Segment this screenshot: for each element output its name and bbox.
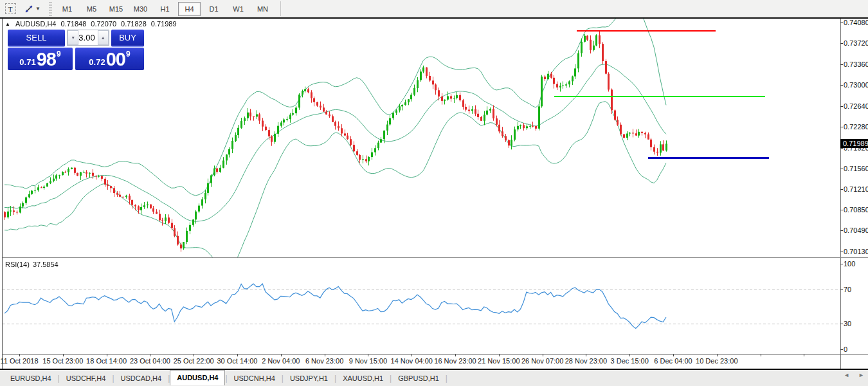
one-click-trade-panel: SELL ▼ 3.00 ▲ BUY 0.71 98 9 0.72 00 9 (8, 30, 144, 70)
timeframe-m1[interactable]: M1 (56, 2, 78, 16)
buy-price-tile[interactable]: 0.72 00 9 (75, 48, 144, 70)
tab-divider: | (446, 374, 448, 383)
price-axis-label: 0.72640 (844, 102, 868, 110)
time-axis-label: 9 Nov 15:00 (349, 357, 387, 365)
tab-scroll-left-icon[interactable]: ◄ (844, 372, 849, 378)
timeframe-m15[interactable]: M15 (105, 2, 127, 16)
symbol-period-label: AUDUSD,H4 (15, 20, 57, 28)
price-axis-label: 0.72280 (844, 123, 868, 131)
mt5-terminal: T ▼ M1M5M15M30H1H4D1W1MN ▲ AUDUSD,H4 0.7… (0, 0, 868, 386)
timeframe-m30[interactable]: M30 (129, 2, 152, 16)
rsi-axis-tick (840, 349, 843, 350)
cursor-arrows-icon (24, 4, 34, 14)
tab-eurusd-h4[interactable]: EURUSD,H4 (4, 371, 58, 385)
time-axis-tick (499, 354, 500, 356)
time-axis-tick (761, 354, 761, 356)
time-axis-tick (63, 354, 64, 356)
rsi-axis-label: 100 (844, 260, 855, 268)
current-price-badge: 0.71989 (840, 139, 868, 148)
close-value: 0.71989 (151, 20, 177, 28)
open-value: 0.71848 (61, 20, 87, 28)
timeframe-w1[interactable]: W1 (227, 2, 249, 16)
rsi-name-label: RSI(14) (5, 261, 30, 268)
time-axis-label: 10 Dec 23:00 (696, 357, 737, 365)
cursor-tool-button[interactable]: ▼ (21, 2, 44, 16)
volume-input[interactable]: 3.00 (78, 30, 97, 45)
rsi-axis-tick (840, 264, 843, 264)
time-axis-label: 6 Nov 23:00 (305, 357, 343, 365)
sell-price-sup: 9 (57, 50, 61, 59)
time-axis-tick (804, 354, 804, 356)
rsi-axis-tick (840, 324, 843, 324)
price-axis-tick (840, 189, 843, 190)
tab-xauusd-h1[interactable]: XAUUSD,H1 (336, 371, 390, 385)
price-axis-label: 0.73000 (844, 81, 868, 89)
rsi-axis-label: 30 (844, 320, 851, 327)
time-axis-label: 25 Oct 22:00 (174, 357, 214, 365)
volume-decrease-button[interactable]: ▼ (68, 30, 78, 45)
price-axis-tick (840, 43, 843, 44)
price-axis-label: 0.73720 (844, 39, 868, 47)
time-axis-label: 11 Oct 2018 (0, 357, 38, 365)
time-axis-label: 15 Oct 23:00 (42, 357, 83, 365)
rsi-header: RSI(14) 37.5854 (5, 261, 59, 268)
time-axis-label: 6 Dec 04:00 (654, 357, 692, 365)
text-tool-button[interactable]: T (3, 2, 18, 16)
tab-usdjpy-h1[interactable]: USDJPY,H1 (284, 371, 334, 385)
tab-scroll-right-icon[interactable]: ► (858, 372, 864, 378)
tab-usdcad-h4[interactable]: USDCAD,H4 (114, 371, 168, 385)
time-axis-label: 18 Oct 14:00 (86, 357, 127, 365)
time-axis-tick (586, 354, 586, 356)
timeframe-d1[interactable]: D1 (203, 2, 225, 16)
timeframe-h1[interactable]: H1 (154, 2, 176, 16)
toolbar: T ▼ M1M5M15M30H1H4D1W1MN (0, 0, 868, 17)
price-axis-tick (840, 64, 843, 65)
time-axis-tick (629, 354, 630, 356)
price-axis-tick (840, 127, 843, 127)
time-axis-tick (673, 354, 674, 356)
chart-tabbar: EURUSD,H4|USDCHF,H4|USDCAD,H4|AUDUSD,H4|… (0, 370, 868, 386)
volume-stepper: ▼ 3.00 ▲ (67, 30, 109, 46)
text-tool-icon: T (5, 3, 16, 14)
price-axis-tick (840, 210, 843, 210)
buy-price-small: 0.72 (89, 57, 105, 67)
timeframe-h4[interactable]: H4 (178, 2, 201, 16)
time-axis-tick (455, 354, 456, 356)
time-axis-label: 23 Oct 04:00 (130, 357, 170, 365)
sell-button[interactable]: SELL (8, 30, 65, 47)
price-axis-label: 0.74080 (844, 19, 868, 26)
time-axis-label: 16 Nov 23:00 (434, 357, 476, 365)
tab-usdchf-h4[interactable]: USDCHF,H4 (60, 371, 113, 385)
time-axis-label: 21 Nov 15:00 (478, 357, 520, 365)
price-axis-tick (840, 106, 843, 107)
price-axis-label: 0.70130 (844, 248, 868, 255)
rsi-indicator-canvas[interactable] (3, 259, 840, 354)
volume-increase-button[interactable]: ▲ (98, 30, 109, 45)
price-axis-label: 0.71560 (844, 165, 868, 172)
cursor-tool-dropdown-icon[interactable]: ▼ (35, 6, 41, 12)
toolbar-separator (280, 1, 281, 16)
time-axis-tick (194, 354, 194, 356)
time-axis-label: 30 Oct 14:00 (217, 357, 258, 365)
timeframe-m5[interactable]: M5 (80, 2, 103, 16)
buy-button[interactable]: BUY (111, 30, 144, 47)
rsi-top-border (3, 257, 868, 258)
sell-price-tile[interactable]: 0.71 98 9 (8, 48, 73, 70)
price-axis-tick (840, 252, 843, 252)
time-axis-tick (368, 354, 368, 356)
timeframe-mn[interactable]: MN (251, 2, 274, 16)
tab-audusd-h4[interactable]: AUDUSD,H4 (170, 370, 225, 385)
time-axis-tick (19, 354, 20, 356)
price-axis-label: 0.70850 (844, 206, 868, 214)
collapse-panel-icon[interactable]: ▲ (5, 21, 10, 27)
time-axis-label: 14 Nov 04:00 (390, 357, 432, 365)
sell-price-small: 0.71 (19, 57, 35, 67)
time-axis-tick (325, 354, 325, 356)
time-axis-label: 3 Dec 15:00 (611, 357, 649, 365)
chart-header: ▲ AUDUSD,H4 0.71848 0.72070 0.71828 0.71… (5, 20, 177, 28)
tab-gbpusd-h1[interactable]: GBPUSD,H1 (392, 371, 446, 385)
time-axis-tick (411, 354, 412, 356)
price-axis-label: 0.71210 (844, 185, 868, 193)
rsi-axis-label: 70 (844, 286, 851, 293)
tab-usdcnh-h4[interactable]: USDCNH,H4 (228, 371, 282, 385)
